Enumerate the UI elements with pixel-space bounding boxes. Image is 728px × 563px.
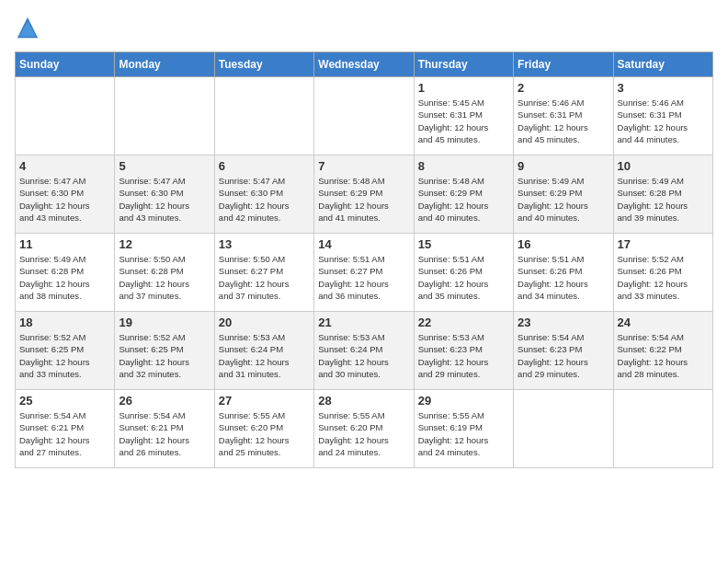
day-info: Sunrise: 5:54 AM Sunset: 6:22 PM Dayligh… [618, 331, 709, 380]
day-number: 12 [119, 237, 210, 251]
column-header-saturday: Saturday [613, 52, 712, 77]
day-info: Sunrise: 5:54 AM Sunset: 6:23 PM Dayligh… [518, 331, 609, 380]
day-info: Sunrise: 5:54 AM Sunset: 6:21 PM Dayligh… [119, 409, 210, 458]
week-row-5: 25Sunrise: 5:54 AM Sunset: 6:21 PM Dayli… [16, 390, 713, 468]
page-header [15, 15, 713, 40]
day-info: Sunrise: 5:47 AM Sunset: 6:30 PM Dayligh… [119, 175, 210, 224]
calendar-cell: 21Sunrise: 5:53 AM Sunset: 6:24 PM Dayli… [314, 312, 414, 390]
calendar-cell [214, 77, 313, 155]
calendar-cell: 1Sunrise: 5:45 AM Sunset: 6:31 PM Daylig… [414, 77, 513, 155]
calendar-cell: 24Sunrise: 5:54 AM Sunset: 6:22 PM Dayli… [613, 312, 712, 390]
calendar-cell: 13Sunrise: 5:50 AM Sunset: 6:27 PM Dayli… [214, 234, 313, 312]
calendar-cell: 4Sunrise: 5:47 AM Sunset: 6:30 PM Daylig… [16, 155, 115, 234]
column-header-monday: Monday [115, 52, 214, 77]
header-row: SundayMondayTuesdayWednesdayThursdayFrid… [16, 52, 713, 77]
column-header-sunday: Sunday [16, 52, 115, 77]
day-info: Sunrise: 5:48 AM Sunset: 6:29 PM Dayligh… [318, 175, 409, 224]
day-info: Sunrise: 5:55 AM Sunset: 6:20 PM Dayligh… [318, 409, 409, 458]
column-header-wednesday: Wednesday [314, 52, 414, 77]
logo [15, 15, 44, 40]
calendar-cell [613, 390, 712, 468]
day-number: 25 [19, 394, 110, 408]
calendar-cell: 28Sunrise: 5:55 AM Sunset: 6:20 PM Dayli… [314, 390, 414, 468]
column-header-thursday: Thursday [414, 52, 513, 77]
calendar-cell: 12Sunrise: 5:50 AM Sunset: 6:28 PM Dayli… [115, 234, 214, 312]
calendar-cell [314, 77, 414, 155]
calendar-cell: 26Sunrise: 5:54 AM Sunset: 6:21 PM Dayli… [115, 390, 214, 468]
logo-icon [15, 15, 40, 40]
day-number: 14 [318, 237, 409, 251]
calendar-cell: 22Sunrise: 5:53 AM Sunset: 6:23 PM Dayli… [414, 312, 513, 390]
day-number: 10 [618, 159, 709, 173]
day-number: 9 [518, 159, 609, 173]
day-info: Sunrise: 5:52 AM Sunset: 6:25 PM Dayligh… [19, 331, 110, 380]
day-number: 23 [518, 316, 609, 329]
day-info: Sunrise: 5:46 AM Sunset: 6:31 PM Dayligh… [618, 97, 709, 145]
calendar-cell: 27Sunrise: 5:55 AM Sunset: 6:20 PM Dayli… [214, 390, 313, 468]
day-number: 26 [119, 394, 210, 408]
day-number: 4 [19, 159, 110, 173]
calendar-cell: 6Sunrise: 5:47 AM Sunset: 6:30 PM Daylig… [214, 155, 313, 234]
calendar-cell: 19Sunrise: 5:52 AM Sunset: 6:25 PM Dayli… [115, 312, 214, 390]
calendar-cell: 14Sunrise: 5:51 AM Sunset: 6:27 PM Dayli… [314, 234, 414, 312]
calendar-cell: 5Sunrise: 5:47 AM Sunset: 6:30 PM Daylig… [115, 155, 214, 234]
calendar-cell: 16Sunrise: 5:51 AM Sunset: 6:26 PM Dayli… [514, 234, 613, 312]
calendar-cell: 2Sunrise: 5:46 AM Sunset: 6:31 PM Daylig… [514, 77, 613, 155]
calendar-cell: 25Sunrise: 5:54 AM Sunset: 6:21 PM Dayli… [16, 390, 115, 468]
svg-marker-1 [19, 21, 36, 37]
calendar-cell: 7Sunrise: 5:48 AM Sunset: 6:29 PM Daylig… [314, 155, 414, 234]
day-info: Sunrise: 5:50 AM Sunset: 6:27 PM Dayligh… [219, 253, 310, 302]
calendar-cell: 8Sunrise: 5:48 AM Sunset: 6:29 PM Daylig… [414, 155, 513, 234]
day-info: Sunrise: 5:48 AM Sunset: 6:29 PM Dayligh… [418, 175, 509, 224]
day-number: 22 [418, 316, 509, 329]
calendar-cell: 3Sunrise: 5:46 AM Sunset: 6:31 PM Daylig… [613, 77, 712, 155]
day-number: 19 [119, 316, 210, 329]
day-number: 2 [518, 81, 609, 95]
calendar-cell: 15Sunrise: 5:51 AM Sunset: 6:26 PM Dayli… [414, 234, 513, 312]
day-info: Sunrise: 5:49 AM Sunset: 6:28 PM Dayligh… [618, 175, 709, 224]
week-row-3: 11Sunrise: 5:49 AM Sunset: 6:28 PM Dayli… [16, 234, 713, 312]
day-number: 5 [119, 159, 210, 173]
column-header-tuesday: Tuesday [214, 52, 313, 77]
day-info: Sunrise: 5:52 AM Sunset: 6:25 PM Dayligh… [119, 331, 210, 380]
day-info: Sunrise: 5:51 AM Sunset: 6:27 PM Dayligh… [318, 253, 409, 302]
calendar-cell: 23Sunrise: 5:54 AM Sunset: 6:23 PM Dayli… [514, 312, 613, 390]
calendar-cell: 10Sunrise: 5:49 AM Sunset: 6:28 PM Dayli… [613, 155, 712, 234]
day-number: 16 [518, 237, 609, 251]
week-row-2: 4Sunrise: 5:47 AM Sunset: 6:30 PM Daylig… [16, 155, 713, 234]
day-number: 29 [418, 394, 509, 408]
day-info: Sunrise: 5:45 AM Sunset: 6:31 PM Dayligh… [418, 97, 509, 145]
day-info: Sunrise: 5:51 AM Sunset: 6:26 PM Dayligh… [518, 253, 609, 302]
column-header-friday: Friday [514, 52, 613, 77]
day-number: 3 [618, 81, 709, 95]
calendar-cell [514, 390, 613, 468]
day-info: Sunrise: 5:52 AM Sunset: 6:26 PM Dayligh… [618, 253, 709, 302]
day-number: 28 [318, 394, 409, 408]
day-number: 13 [219, 237, 310, 251]
day-info: Sunrise: 5:53 AM Sunset: 6:24 PM Dayligh… [219, 331, 310, 380]
day-info: Sunrise: 5:53 AM Sunset: 6:24 PM Dayligh… [318, 331, 409, 380]
day-info: Sunrise: 5:55 AM Sunset: 6:20 PM Dayligh… [219, 409, 310, 458]
calendar-cell [16, 77, 115, 155]
calendar-table: SundayMondayTuesdayWednesdayThursdayFrid… [15, 52, 713, 468]
day-number: 17 [618, 237, 709, 251]
calendar-cell: 9Sunrise: 5:49 AM Sunset: 6:29 PM Daylig… [514, 155, 613, 234]
day-info: Sunrise: 5:53 AM Sunset: 6:23 PM Dayligh… [418, 331, 509, 380]
day-number: 7 [318, 159, 409, 173]
day-number: 6 [219, 159, 310, 173]
calendar-cell: 17Sunrise: 5:52 AM Sunset: 6:26 PM Dayli… [613, 234, 712, 312]
day-number: 1 [418, 81, 509, 95]
calendar-cell: 29Sunrise: 5:55 AM Sunset: 6:19 PM Dayli… [414, 390, 513, 468]
day-info: Sunrise: 5:51 AM Sunset: 6:26 PM Dayligh… [418, 253, 509, 302]
day-number: 21 [318, 316, 409, 329]
day-number: 11 [19, 237, 110, 251]
day-info: Sunrise: 5:47 AM Sunset: 6:30 PM Dayligh… [19, 175, 110, 224]
day-number: 20 [219, 316, 310, 329]
calendar-cell: 20Sunrise: 5:53 AM Sunset: 6:24 PM Dayli… [214, 312, 313, 390]
week-row-1: 1Sunrise: 5:45 AM Sunset: 6:31 PM Daylig… [16, 77, 713, 155]
day-info: Sunrise: 5:49 AM Sunset: 6:28 PM Dayligh… [19, 253, 110, 302]
calendar-cell [115, 77, 214, 155]
calendar-cell: 18Sunrise: 5:52 AM Sunset: 6:25 PM Dayli… [16, 312, 115, 390]
day-number: 15 [418, 237, 509, 251]
day-info: Sunrise: 5:49 AM Sunset: 6:29 PM Dayligh… [518, 175, 609, 224]
